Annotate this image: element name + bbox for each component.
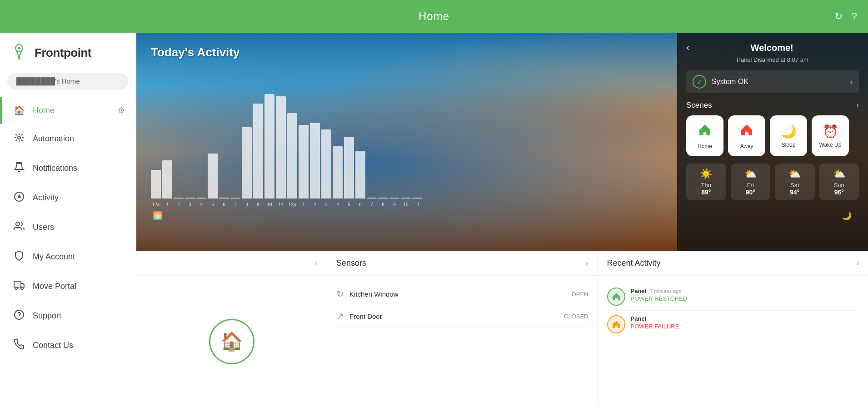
sidebar-item-move-portal[interactable]: Move Portal <box>0 272 136 301</box>
sidebar-item-notifications[interactable]: Notifications <box>0 154 136 183</box>
chart-bar <box>355 151 365 199</box>
chart-label: 9 <box>253 202 263 207</box>
home-circle-icon: 🏠 <box>220 331 243 352</box>
chart-label: 10 <box>264 202 274 207</box>
activity-detail-1: Panel POWER FAILURE <box>631 315 859 330</box>
sidebar-item-label-my-account: My Account <box>33 252 125 262</box>
sensor-status-kitchen: OPEN <box>572 291 589 298</box>
svg-point-2 <box>18 136 20 139</box>
svg-rect-11 <box>16 163 22 164</box>
chart-bar <box>151 170 161 199</box>
activity-avatar-0 <box>607 288 625 306</box>
chart-bar <box>230 198 240 199</box>
refresh-icon[interactable]: ↻ <box>834 10 843 22</box>
content-area: Today's Activity 12a123456789101112p1234… <box>136 33 868 407</box>
chart-bar <box>276 96 286 199</box>
sidebar-item-automation[interactable]: Automation <box>0 124 136 154</box>
home-card-center: 🏠 <box>145 283 318 400</box>
recent-activity-arrow[interactable]: › <box>856 258 859 268</box>
sensor-left-2: ↗ Front Door <box>336 311 382 322</box>
chart-bar <box>185 198 195 199</box>
sensors-card: Sensors › ↻ Kitchen Window OPEN ↗ <box>327 251 598 407</box>
chart-bar <box>264 94 274 199</box>
chart-label: 1 <box>299 202 309 207</box>
chart-label: 3 <box>321 202 331 207</box>
activity-chart: 12a123456789101112p1234567891011 🌅 🌙 <box>151 69 853 223</box>
chart-label: 5 <box>344 202 354 207</box>
sensors-card-arrow[interactable]: › <box>586 258 589 268</box>
chart-bar <box>208 154 218 199</box>
sidebar-nav: 🏠 Home ⚙ Automation <box>0 97 136 407</box>
move-portal-nav-icon <box>13 280 25 293</box>
notifications-nav-icon <box>13 162 25 175</box>
sidebar-item-support[interactable]: Support <box>0 301 136 331</box>
chart-label: 6 <box>219 202 229 207</box>
sidebar-item-contact-us[interactable]: Contact Us <box>0 331 136 360</box>
sidebar-item-activity[interactable]: Activity <box>0 183 136 213</box>
chart-bar <box>242 127 252 199</box>
chart-label: 12p <box>287 202 297 207</box>
sensor-icon-kitchen: ↻ <box>336 288 344 299</box>
activity-detail-0: Panel 7 minutes ago POWER RESTORED <box>631 288 859 303</box>
sidebar-item-label-activity: Activity <box>33 193 125 203</box>
chart-label: 6 <box>355 202 365 207</box>
home-card-body: 🏠 <box>136 276 327 407</box>
moon-icon: 🌙 <box>842 211 852 221</box>
recent-activity-title: Recent Activity <box>607 258 661 268</box>
chart-label: 2 <box>174 202 184 207</box>
chart-label: 4 <box>333 202 343 207</box>
sidebar-item-label-contact-us: Contact Us <box>33 341 125 350</box>
activity-item-0: Panel 7 minutes ago POWER RESTORED <box>607 283 859 311</box>
sidebar-item-label-home: Home <box>33 106 110 115</box>
hero-content: Today's Activity 12a123456789101112p1234… <box>136 33 868 251</box>
chart-bar <box>310 123 320 199</box>
sidebar-item-my-account[interactable]: My Account <box>0 242 136 272</box>
svg-line-6 <box>21 140 23 141</box>
svg-line-10 <box>21 134 23 135</box>
chart-label: 7 <box>367 202 377 207</box>
sunrise-icon: 🌅 <box>153 211 163 221</box>
account-selector[interactable]: ████████'s Home <box>7 73 129 89</box>
sidebar-item-label-notifications: Notifications <box>33 164 125 173</box>
chart-bar <box>412 198 422 199</box>
home-card-arrow[interactable]: › <box>315 258 318 268</box>
support-nav-icon <box>13 309 25 323</box>
sensors-card-title: Sensors <box>336 258 366 268</box>
sidebar-item-home[interactable]: 🏠 Home ⚙ <box>0 97 136 124</box>
help-icon[interactable]: ? <box>852 10 857 22</box>
hero-title: Today's Activity <box>151 45 853 60</box>
home-circle-button[interactable]: 🏠 <box>209 319 254 364</box>
chart-footer: 🌅 🌙 <box>151 211 853 221</box>
recent-activity-body: Panel 7 minutes ago POWER RESTORED <box>598 276 868 407</box>
svg-point-16 <box>15 287 17 289</box>
chart-label: 1 <box>162 202 172 207</box>
activity-source-0: Panel <box>631 288 647 294</box>
hero-section: Today's Activity 12a123456789101112p1234… <box>136 33 868 251</box>
gear-icon[interactable]: ⚙ <box>118 105 125 115</box>
chart-label: 11 <box>412 202 422 207</box>
svg-point-13 <box>18 196 20 198</box>
chart-bar <box>196 198 206 199</box>
logo: Frontpoint <box>0 33 136 73</box>
sensor-left: ↻ Kitchen Window <box>336 288 399 299</box>
chart-label: 12a <box>151 202 161 207</box>
page-title: Home <box>419 10 449 23</box>
sidebar-item-label-users: Users <box>33 223 125 232</box>
chart-label: 10 <box>401 202 411 207</box>
home-card: › 🏠 <box>136 251 327 407</box>
chart-label: 8 <box>242 202 252 207</box>
chart-bar <box>367 198 377 199</box>
chart-bar <box>389 198 399 199</box>
bottom-cards: › 🏠 Sensors › <box>136 251 868 407</box>
sidebar-item-users[interactable]: Users <box>0 213 136 242</box>
main-layout: Frontpoint ████████'s Home 🏠 Home ⚙ <box>0 33 868 407</box>
activity-source-1: Panel <box>631 315 647 322</box>
recent-activity-header: Recent Activity › <box>598 251 868 276</box>
sidebar: Frontpoint ████████'s Home 🏠 Home ⚙ <box>0 33 136 407</box>
activity-time-0: 7 minutes ago <box>650 288 681 294</box>
chart-label: 8 <box>378 202 388 207</box>
contact-us-nav-icon <box>13 339 25 352</box>
chart-label: 5 <box>208 202 218 207</box>
chart-bar <box>378 198 388 199</box>
activity-desc-0: POWER RESTORED <box>631 295 688 302</box>
